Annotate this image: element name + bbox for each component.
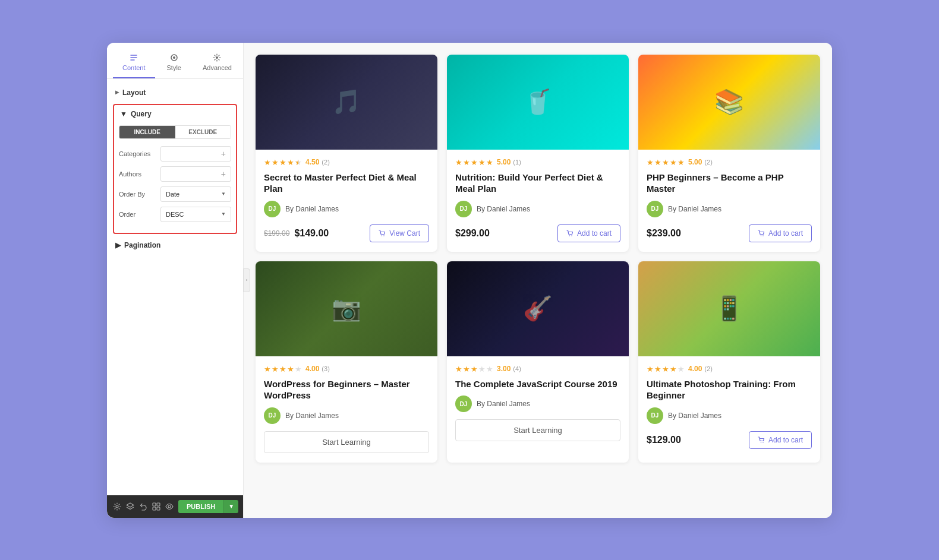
authors-input[interactable]: +	[160, 166, 231, 182]
exclude-btn[interactable]: EXCLUDE	[175, 126, 231, 138]
star-full-icon: ★	[678, 158, 685, 167]
tab-content[interactable]: Content	[113, 49, 155, 78]
stars: ★★★★★	[455, 365, 493, 374]
rating-row: ★★★★★ 3.00 (4)	[455, 365, 620, 374]
svg-point-14	[762, 235, 763, 236]
author-row: DJ By Daniel James	[264, 201, 429, 217]
tab-style[interactable]: Style	[157, 49, 191, 78]
eye-icon[interactable]	[165, 501, 174, 512]
authors-row: Authors +	[119, 166, 231, 182]
stars: ★★★★★	[264, 365, 302, 374]
course-title: Nutrition: Build Your Perfect Diet & Mea…	[455, 172, 620, 195]
rating-row: ★★★★ ★★ 4.50 (2)	[264, 158, 429, 167]
star-full-icon: ★	[486, 158, 493, 167]
star-full-icon: ★	[647, 158, 654, 167]
rating-number: 5.00	[497, 158, 511, 166]
star-full-icon: ★	[279, 365, 286, 374]
view-cart-button[interactable]: View Cart	[370, 224, 429, 242]
author-avatar: DJ	[455, 396, 472, 412]
author-name: By Daniel James	[477, 400, 530, 408]
course-info: ★★★★ ★★ 4.50 (2) Secret to Master Perfec…	[256, 150, 437, 252]
thumbnail-icon: 🎸	[523, 295, 553, 322]
order-by-label: Order By	[119, 191, 160, 198]
main-container: Content Style Advanced ▶	[107, 43, 832, 518]
query-header[interactable]: ▼ Query	[114, 105, 236, 123]
author-avatar: DJ	[647, 407, 663, 424]
include-btn[interactable]: INCLUDE	[119, 126, 175, 138]
rating-row: ★★★★★ 4.00 (3)	[264, 365, 429, 374]
course-title: The Complete JavaScript Course 2019	[455, 378, 620, 390]
layout-section-header[interactable]: ▶ Layout	[107, 84, 243, 102]
rating-count: (2)	[322, 159, 329, 166]
rating-count: (2)	[704, 159, 712, 166]
add-to-cart-button[interactable]: Add to cart	[749, 431, 812, 449]
course-info: ★★★★★ 4.00 (3) WordPress for Beginners –…	[256, 356, 437, 463]
price-original: $199.00	[264, 229, 289, 238]
publish-button[interactable]: PUBLISH	[178, 500, 223, 513]
svg-point-15	[761, 442, 761, 442]
course-card: 🎵 ★★★★ ★★ 4.50 (2) Secret to Master Perf…	[256, 55, 437, 252]
author-row: DJ By Daniel James	[264, 407, 429, 424]
thumbnail-icon: 📷	[332, 295, 361, 322]
course-thumbnail: 🥤	[447, 55, 629, 150]
author-fullname: Daniel James	[295, 205, 339, 213]
svg-point-16	[762, 442, 763, 442]
add-to-cart-button[interactable]: Add to cart	[749, 224, 812, 242]
order-by-value: Date	[166, 191, 179, 198]
svg-point-8	[168, 505, 171, 508]
order-by-row: Order By Date ▼	[119, 186, 231, 202]
price-current: $129.00	[647, 435, 681, 445]
star-full-icon: ★	[272, 365, 279, 374]
advanced-icon	[213, 53, 221, 62]
start-learning-button[interactable]: Start Learning	[455, 419, 620, 441]
undo-icon[interactable]	[139, 501, 147, 512]
price-current: $299.00	[455, 228, 490, 239]
course-title: Secret to Master Perfect Diet & Meal Pla…	[264, 172, 429, 195]
svg-point-12	[571, 235, 572, 236]
course-title: Ultimate Photoshop Training: From Beginn…	[647, 378, 812, 401]
order-select[interactable]: DESC ▼	[160, 207, 231, 222]
pagination-arrow-icon: ▶	[115, 241, 121, 249]
order-value: DESC	[166, 211, 184, 218]
tab-advanced-label: Advanced	[203, 64, 232, 71]
order-by-select[interactable]: Date ▼	[160, 186, 231, 202]
author-row: DJ By Daniel James	[455, 201, 620, 217]
course-card: 🎸 ★★★★★ 3.00 (4) The Complete JavaScript…	[447, 261, 629, 463]
author-name: By Daniel James	[285, 412, 339, 420]
author-avatar: DJ	[264, 201, 281, 217]
publish-dropdown-button[interactable]: ▼	[223, 500, 238, 513]
layers-icon[interactable]	[126, 501, 134, 512]
authors-plus-icon: +	[221, 169, 226, 179]
course-thumbnail: 📷	[256, 261, 437, 356]
include-exclude-toggle: INCLUDE EXCLUDE	[119, 125, 231, 139]
publish-btn-group: PUBLISH ▼	[178, 500, 238, 513]
svg-point-1	[173, 56, 175, 59]
price-row: $129.00 Add to cart	[647, 431, 812, 449]
query-arrow-icon: ▼	[120, 110, 127, 118]
course-card: 📱 ★★★★★ 4.00 (2) Ultimate Photoshop Trai…	[638, 261, 820, 463]
cart-icon	[379, 230, 386, 237]
categories-input[interactable]: +	[160, 146, 231, 162]
order-arrow-icon: ▼	[221, 211, 226, 217]
tab-advanced[interactable]: Advanced	[193, 49, 241, 78]
price-row: Start Learning	[264, 431, 429, 453]
star-full-icon: ★	[662, 158, 669, 167]
svg-rect-7	[157, 507, 160, 510]
style-icon	[170, 53, 178, 62]
add-to-cart-button[interactable]: Add to cart	[557, 224, 620, 242]
star-full-icon: ★	[287, 365, 294, 374]
start-learning-button[interactable]: Start Learning	[264, 431, 429, 453]
layout-arrow-icon: ▶	[115, 90, 119, 95]
star-full-icon: ★	[279, 158, 286, 167]
author-row: DJ By Daniel James	[455, 396, 620, 412]
pagination-section-header[interactable]: ▶ Pagination	[107, 236, 243, 254]
collapse-handle[interactable]: ‹	[243, 268, 250, 292]
svg-rect-4	[153, 503, 156, 506]
svg-point-11	[569, 235, 570, 236]
pagination-label: Pagination	[124, 241, 160, 249]
settings-icon[interactable]	[113, 501, 121, 512]
stars: ★★★★ ★★	[264, 158, 302, 167]
grid-icon[interactable]	[152, 501, 160, 512]
thumbnail-icon: 🥤	[523, 88, 553, 116]
author-name: By Daniel James	[668, 205, 721, 213]
